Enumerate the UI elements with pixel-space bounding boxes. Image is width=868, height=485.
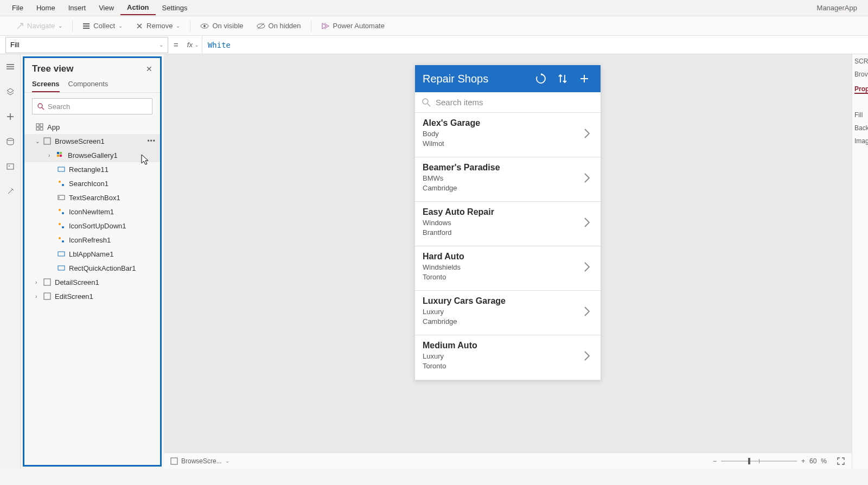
svg-rect-25: [60, 155, 62, 157]
treeview-title: Tree view: [32, 63, 74, 74]
fullscreen-icon[interactable]: [837, 457, 845, 465]
canvas-screen-name[interactable]: BrowseScre...: [181, 457, 222, 465]
media-icon: [6, 162, 15, 171]
chevron-right-icon[interactable]: ›: [35, 279, 42, 285]
list-item-sub2: Toronto: [423, 361, 583, 371]
tree-iconrefresh[interactable]: IconRefresh1: [24, 233, 160, 247]
powerautomate-icon: [321, 22, 330, 30]
svg-point-31: [59, 209, 61, 211]
menu-action[interactable]: Action: [120, 1, 155, 15]
list-item[interactable]: Medium Auto Luxury Toronto: [415, 335, 601, 380]
rail-hamburger[interactable]: [2, 59, 18, 75]
rp-name: Brov: [854, 71, 868, 78]
ribbon-onhidden[interactable]: On hidden: [251, 20, 307, 32]
fx-label[interactable]: fx⌄: [184, 41, 202, 49]
search-icon: [37, 103, 44, 110]
remove-icon: [136, 22, 143, 30]
tree-searchicon[interactable]: SearchIcon1: [24, 176, 160, 190]
tree-lblappname[interactable]: LblAppName1: [24, 247, 160, 261]
tree-browsescreen[interactable]: ⌄ BrowseScreen1 •••: [24, 134, 160, 148]
preview-add-icon[interactable]: [576, 70, 593, 87]
list-item[interactable]: Hard Auto Windshields Toronto: [415, 246, 601, 291]
phone-preview[interactable]: Repair Shops Search items Alex's Garage …: [415, 65, 601, 380]
zoom-out[interactable]: −: [713, 457, 717, 465]
eye-off-icon: [257, 22, 265, 30]
menu-view[interactable]: View: [92, 1, 120, 15]
tree-rectangle[interactable]: Rectangle11: [24, 162, 160, 176]
svg-rect-17: [36, 124, 39, 126]
formula-input[interactable]: White: [202, 36, 868, 54]
menu-insert[interactable]: Insert: [62, 1, 93, 15]
list-item[interactable]: Alex's Garage Body Wilmot: [415, 113, 601, 157]
ribbon-onvisible[interactable]: On visible: [195, 20, 248, 32]
svg-rect-21: [44, 138, 50, 144]
tree-editscreen[interactable]: › EditScreen1: [24, 289, 160, 303]
list-item-sub2: Toronto: [423, 272, 583, 282]
svg-rect-40: [44, 293, 50, 299]
property-dropdown[interactable]: Fill⌄: [5, 37, 168, 53]
tree-iconnewitem[interactable]: IconNewItem1: [24, 205, 160, 219]
list-item-title: Medium Auto: [423, 341, 583, 350]
rp-properties-tab[interactable]: Prop: [854, 85, 868, 94]
menu-home[interactable]: Home: [30, 1, 62, 15]
treeview-search[interactable]: Search: [32, 98, 152, 114]
list-item[interactable]: Easy Auto Repair Windows Brantford: [415, 202, 601, 246]
screen-icon: [43, 292, 52, 301]
treeview-close[interactable]: ✕: [146, 65, 152, 73]
tree-more-icon[interactable]: •••: [147, 137, 156, 145]
list-item-sub1: Windshields: [423, 263, 583, 272]
list-item-sub1: Windows: [423, 218, 583, 228]
chevron-right-icon[interactable]: ›: [48, 152, 55, 158]
rp-fill[interactable]: Fill: [854, 111, 868, 119]
ribbon-collect[interactable]: Collect⌄: [77, 20, 128, 32]
preview-sort-icon[interactable]: [554, 70, 571, 87]
left-rail: [0, 54, 21, 469]
zoom-in[interactable]: +: [801, 457, 805, 465]
tree-app[interactable]: App: [24, 120, 160, 134]
svg-point-34: [62, 226, 64, 228]
list-item[interactable]: Beamer's Paradise BMWs Cambridge: [415, 157, 601, 202]
preview-refresh-icon[interactable]: [532, 70, 550, 87]
rp-back[interactable]: Back: [854, 124, 868, 132]
menu-settings[interactable]: Settings: [156, 1, 194, 15]
menu-file[interactable]: File: [5, 1, 30, 15]
zoom-slider[interactable]: [721, 461, 797, 462]
tree-browsegallery[interactable]: › BrowseGallery1: [24, 148, 160, 162]
tree-iconsortupdown[interactable]: IconSortUpDown1: [24, 219, 160, 233]
svg-point-15: [38, 104, 42, 108]
zoom-unit: %: [821, 457, 827, 465]
chevron-right-icon[interactable]: ›: [35, 293, 42, 299]
app-icon: [35, 123, 44, 131]
preview-searchbar[interactable]: Search items: [415, 92, 601, 113]
svg-rect-37: [58, 252, 65, 256]
chevron-down-icon[interactable]: ⌄: [35, 138, 42, 144]
rail-insert[interactable]: [2, 109, 18, 125]
ribbon-powerautomate[interactable]: Power Automate: [316, 20, 390, 32]
tree-detailscreen[interactable]: › DetailScreen1: [24, 275, 160, 289]
tab-components[interactable]: Components: [68, 80, 108, 92]
tree-rectquickactionbar[interactable]: RectQuickActionBar1: [24, 261, 160, 275]
tab-screens[interactable]: Screens: [32, 80, 60, 92]
list-item-title: Alex's Garage: [423, 118, 583, 128]
preview-list: Alex's Garage Body Wilmot Beamer's Parad…: [415, 113, 601, 380]
right-panel: SCRE Brov Prop Fill Back Imag: [852, 54, 868, 469]
svg-rect-38: [58, 266, 65, 270]
chevron-right-icon: [583, 172, 593, 184]
list-item-sub2: Wilmot: [423, 139, 583, 149]
ribbon-remove[interactable]: Remove⌄: [130, 20, 186, 32]
svg-point-28: [62, 184, 64, 186]
tree-textsearchbox[interactable]: TextSearchBox1: [24, 190, 160, 205]
database-icon: [6, 137, 15, 146]
rail-media[interactable]: [2, 158, 18, 175]
screen-icon: [170, 457, 178, 465]
rp-image[interactable]: Imag: [854, 137, 868, 145]
rail-tools[interactable]: [2, 183, 18, 200]
tools-icon: [6, 187, 15, 196]
rail-data[interactable]: [2, 133, 18, 150]
screen-icon: [43, 278, 52, 286]
rail-treeview[interactable]: [2, 84, 18, 100]
list-item[interactable]: Luxury Cars Garage Luxury Cambridge: [415, 291, 601, 335]
plus-icon: [6, 112, 15, 121]
list-item-title: Beamer's Paradise: [423, 163, 583, 173]
svg-rect-13: [7, 164, 14, 169]
